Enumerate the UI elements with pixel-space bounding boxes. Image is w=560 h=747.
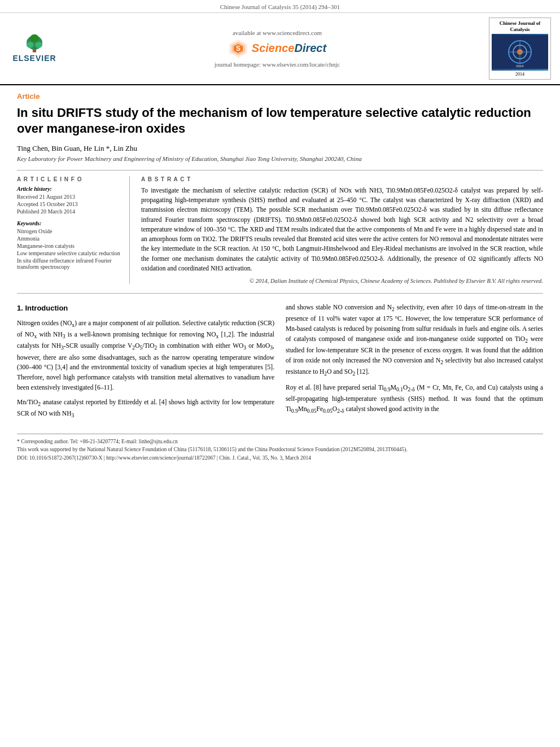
doi-note: DOI: 10.1016/S1872-2067(12)60730-X | htt… (17, 454, 543, 462)
abstract-column: A B S T R A C T To investigate the mecha… (141, 176, 543, 284)
elsevier-logo-area: ELSEVIER (9, 33, 65, 64)
introduction-section: 1. Introduction Nitrogen oxides (NOx) ar… (17, 303, 543, 425)
keyword-1: Nitrogen Oxide (17, 228, 121, 234)
elsevier-text: ELSEVIER (12, 54, 56, 63)
svg-text:2014: 2014 (516, 64, 524, 68)
sciencedirect-banner: available at www.sciencedirect.com S Sci… (71, 29, 483, 68)
keyword-4: Low temperature selective catalytic redu… (17, 250, 121, 256)
intro-col-left: 1. Introduction Nitrogen oxides (NOx) ar… (17, 303, 274, 425)
cjc-year: 2014 (492, 72, 548, 77)
journal-homepage-text: journal homepage: www.elsevier.com/locat… (71, 61, 483, 68)
cjc-cover-image: 2014 (492, 34, 548, 71)
intro-heading: 1. Introduction (17, 303, 274, 314)
cjc-cover-graphic: 2014 (492, 35, 548, 69)
article-info-column: A R T I C L E I N F O Article history: R… (17, 176, 130, 284)
corresponding-author-note: * Corresponding author. Tel: +86-21-3420… (17, 438, 543, 445)
sd-text-icon: ScienceDirect (252, 42, 326, 55)
cjc-title-text: Chinese Journal ofCatalysis (492, 20, 548, 33)
journal-banner: ELSEVIER available at www.sciencedirect.… (0, 13, 560, 85)
history-label: Article history: (17, 186, 121, 192)
abstract-text: To investigate the mechanism of selectiv… (141, 186, 543, 273)
svg-point-4 (30, 34, 39, 42)
keyword-3: Manganese-iron catalysts (17, 243, 121, 249)
elsevier-logo: ELSEVIER (9, 33, 60, 64)
svg-point-3 (36, 42, 42, 48)
footnotes-section: * Corresponding author. Tel: +86-21-3420… (17, 434, 543, 462)
article-type-label: Article (17, 92, 543, 101)
svg-text:S: S (236, 45, 240, 53)
funding-note: This work was supported by the National … (17, 445, 543, 453)
published-date: Published 20 March 2014 (17, 208, 121, 215)
elsevier-tree-icon (20, 34, 49, 54)
article-title: In situ DRIFTS study of the mechanism of… (17, 105, 543, 137)
svg-point-2 (27, 42, 33, 48)
authors-line: Ting Chen, Bin Guan, He Lin *, Lin Zhu (17, 144, 543, 153)
intro-col-right: and shows stable NO conversion and N2 se… (286, 303, 543, 425)
sd-logo-icon: S (228, 38, 248, 59)
article-info-title: A R T I C L E I N F O (17, 176, 121, 182)
keyword-5: In situ diffuse reflectance infrared Fou… (17, 257, 121, 270)
intro-para-1: Nitrogen oxides (NOx) are a major compon… (17, 318, 274, 393)
available-text: available at www.sciencedirect.com (71, 29, 483, 36)
article-info-abstract: A R T I C L E I N F O Article history: R… (17, 170, 543, 284)
accepted-date: Accepted 15 October 2013 (17, 201, 121, 207)
copyright-text: © 2014, Dalian Institute of Chemical Phy… (141, 278, 543, 284)
abstract-title: A B S T R A C T (141, 176, 543, 182)
intro-para-4: Roy et al. [8] have prepared serial Ti0.… (286, 383, 543, 416)
affiliation-line: Key Laboratory for Power Machinery and E… (17, 155, 543, 162)
section-divider (17, 293, 543, 294)
received-date: Received 21 August 2013 (17, 194, 121, 200)
article-container: Article In situ DRIFTS study of the mech… (0, 85, 560, 473)
keyword-2: Ammonia (17, 235, 121, 242)
cjc-journal-cover: Chinese Journal ofCatalysis 2014 2014 (489, 18, 551, 80)
intro-para-2: Mn/TiO2 anatase catalyst reported by Ett… (17, 397, 274, 420)
intro-para-3: and shows stable NO conversion and N2 se… (286, 303, 543, 378)
sciencedirect-logo: S ScienceDirect (71, 38, 483, 59)
journal-reference: Chinese Journal of Catalysis 35 (2014) 2… (0, 0, 560, 13)
keywords-label: Keywords: (17, 220, 121, 226)
